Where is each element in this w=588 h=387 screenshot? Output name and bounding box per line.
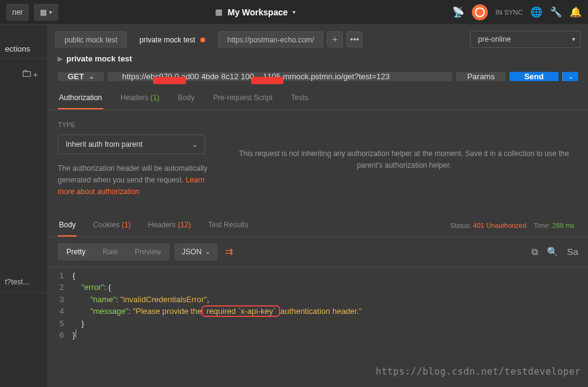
top-bar: ner ▦▾ ▦ My Workspace ▾ 📡 IN SYNC 🌐 🔧 🔔 [0,0,588,25]
save-response-button[interactable]: Sa [567,246,578,257]
globe-icon[interactable]: 🌐 [530,6,543,18]
view-preview[interactable]: Preview [126,243,170,260]
tab-options-button[interactable]: ••• [347,31,363,47]
wrap-lines-icon[interactable]: ⇉ [222,243,235,260]
chevron-down-icon: ⌄ [205,248,210,255]
new-collection-icon[interactable]: 🗀₊ [0,59,47,87]
grid-icon: ▦ [215,7,222,17]
runner-button[interactable]: ner [6,4,29,21]
tab-authorization[interactable]: Authorization [58,87,103,109]
sidebar-item-test[interactable]: t?test... [0,272,47,293]
request-title: private mock test [66,54,132,63]
response-viewbar: Pretty Raw Preview JSON ⌄ ⇉ ⧉ 🔍 Sa [48,237,588,267]
chevron-down-icon[interactable]: ▾ [292,9,296,15]
copy-icon[interactable]: ⧉ [531,246,538,257]
response-body[interactable]: 1{ 2 "error": { 3 "name": "invalidCreden… [48,267,588,344]
view-raw[interactable]: Raw [94,243,126,260]
auth-type-label: TYPE [58,121,211,128]
chevron-down-icon: ⌄ [192,141,197,148]
format-select[interactable]: JSON ⌄ [174,243,218,260]
sync-status: IN SYNC [495,9,523,16]
highlighted-text: required `x-api-key` [202,305,280,317]
request-subtabs: Authorization Headers (1) Body Pre-reque… [48,87,588,110]
chevron-down-icon: ⌄ [89,73,94,80]
tab-public-mock[interactable]: public mock test [55,31,127,48]
response-meta: Status: 401 Unauthorized Time: 288 ms [450,222,578,229]
redaction-box [153,77,186,84]
content-area: public mock test private mock test https… [48,25,588,387]
resp-tab-body[interactable]: Body [58,214,77,237]
auth-panel: TYPE Inherit auth from parent ⌄ The auth… [48,110,588,209]
auth-help-text: The authorization header will be automat… [58,163,211,198]
request-bar: GET ⌄ Params Send ⌄ [48,69,588,87]
watermark: https://blog.csdn.net/testdeveloper [375,366,581,377]
collections-header[interactable]: ections [0,39,47,59]
search-icon[interactable]: 🔍 [547,246,559,257]
resp-tab-cookies[interactable]: Cookies (1) [92,214,131,237]
sidebar: ections 🗀₊ t?test... [0,25,48,387]
tab-echo[interactable]: https://postman-echo.com/ [218,31,323,48]
chevron-down-icon: ⌄ [568,73,573,80]
request-tabs-row: public mock test private mock test https… [48,25,588,48]
satellite-icon[interactable]: 📡 [452,6,465,18]
tab-headers[interactable]: Headers (1) [119,87,160,109]
response-tabs: Body Cookies (1) Headers (12) Test Resul… [48,214,588,237]
tab-prerequest[interactable]: Pre-request Script [212,87,274,109]
send-button[interactable]: Send [509,72,559,81]
tab-tests[interactable]: Tests [289,87,309,109]
new-tab-dropdown[interactable]: ▦▾ [34,4,58,21]
redaction-box [251,77,283,84]
params-button[interactable]: Params [456,72,506,81]
bell-icon[interactable]: 🔔 [570,6,582,18]
auth-type-select[interactable]: Inherit auth from parent ⌄ [58,135,205,154]
resp-tab-tests[interactable]: Test Results [207,214,249,237]
auth-inherit-message: This request is not inheriting any autho… [211,121,578,198]
avatar[interactable] [472,4,488,20]
breadcrumb: ▶ private mock test [48,48,588,69]
unsaved-dot-icon [200,37,205,42]
tab-private-mock[interactable]: private mock test [130,31,214,48]
environment-select[interactable]: pre-online ▾ [470,31,581,48]
resp-tab-headers[interactable]: Headers (12) [147,214,192,237]
send-dropdown[interactable]: ⌄ [562,72,578,81]
workspace-title[interactable]: My Workspace [227,7,288,17]
triangle-right-icon[interactable]: ▶ [58,55,63,62]
method-select[interactable]: GET ⌄ [58,72,104,81]
tab-body[interactable]: Body [176,87,195,109]
view-pretty[interactable]: Pretty [58,243,94,260]
wrench-icon[interactable]: 🔧 [550,6,562,18]
new-tab-button[interactable]: + [327,31,343,47]
